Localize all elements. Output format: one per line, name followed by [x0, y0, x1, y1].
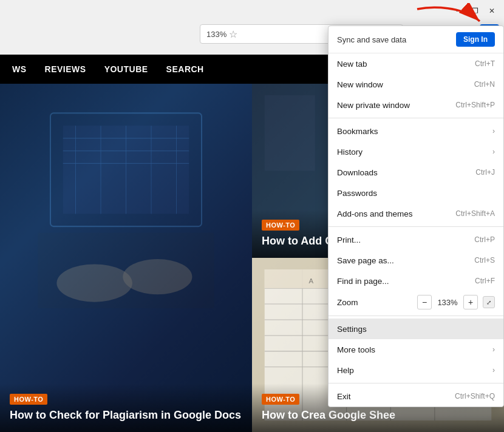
firefox-menu: Sync and save data Sign In New tab Ctrl+…: [328, 25, 504, 407]
article-overlay-1: HOW-TO How to Check for Plagiarism in Go…: [0, 383, 252, 432]
bookmark-star-icon[interactable]: ☆: [229, 29, 237, 40]
howto-badge-2: HOW-TO: [262, 220, 299, 231]
svg-point-23: [123, 259, 192, 294]
address-zoom-level: 133%: [206, 30, 226, 39]
menu-divider-4: [329, 383, 503, 383]
sync-label: Sync and save data: [337, 35, 406, 44]
menu-item-history[interactable]: History ›: [329, 141, 503, 162]
menu-item-find[interactable]: Find in page... Ctrl+F: [329, 271, 503, 291]
article-card-1[interactable]: HOW-TO How to Check for Plagiarism in Go…: [0, 84, 252, 432]
sign-in-button[interactable]: Sign In: [456, 32, 495, 47]
menu-item-save-page[interactable]: Save page as... Ctrl+S: [329, 250, 503, 271]
menu-divider-1: [329, 118, 503, 118]
menu-item-print[interactable]: Print... Ctrl+P: [329, 229, 503, 250]
nav-item-ws[interactable]: WS: [12, 64, 27, 74]
menu-item-downloads[interactable]: Downloads Ctrl+J: [329, 162, 503, 183]
menu-divider-3: [329, 316, 503, 316]
howto-badge-1: HOW-TO: [10, 394, 47, 405]
zoom-value: 133%: [437, 298, 458, 307]
article-title-3: How to Crea Google Shee: [262, 408, 494, 422]
menu-item-help[interactable]: Help ›: [329, 360, 503, 380]
svg-rect-28: [265, 95, 315, 171]
menu-item-new-tab[interactable]: New tab Ctrl+T: [329, 53, 503, 74]
menu-item-addons[interactable]: Add-ons and themes Ctrl+Shift+A: [329, 203, 503, 224]
minimize-button[interactable]: −: [451, 4, 465, 18]
menu-item-exit[interactable]: Exit Ctrl+Shift+Q: [329, 386, 503, 407]
menu-item-new-window[interactable]: New window Ctrl+N: [329, 74, 503, 95]
close-button[interactable]: ✕: [485, 4, 499, 18]
zoom-plus-button[interactable]: +: [463, 295, 478, 309]
nav-item-youtube[interactable]: YOUTUBE: [104, 64, 148, 74]
zoom-row: Zoom − 133% + ⤢: [329, 291, 503, 313]
nav-item-search[interactable]: SEARCH: [166, 64, 204, 74]
menu-sync-header: Sync and save data Sign In: [329, 26, 503, 53]
zoom-controls: − 133% + ⤢: [417, 295, 495, 309]
svg-point-22: [56, 264, 132, 302]
zoom-minus-button[interactable]: −: [417, 295, 432, 309]
title-bar: − ❐ ✕: [0, 0, 504, 21]
restore-button[interactable]: ❐: [468, 4, 482, 18]
menu-item-more-tools[interactable]: More tools ›: [329, 339, 503, 360]
menu-item-settings[interactable]: Settings: [329, 319, 503, 339]
zoom-expand-button[interactable]: ⤢: [483, 296, 495, 308]
svg-text:A: A: [308, 277, 313, 285]
menu-item-bookmarks[interactable]: Bookmarks ›: [329, 121, 503, 141]
menu-item-passwords[interactable]: Passwords: [329, 183, 503, 203]
article-title-1: How to Check for Plagiarism in Google Do…: [10, 408, 242, 422]
menu-item-private-window[interactable]: New private window Ctrl+Shift+P: [329, 95, 503, 115]
howto-badge-3: HOW-TO: [262, 394, 299, 405]
nav-item-reviews[interactable]: REVIEWS: [45, 64, 86, 74]
menu-divider-2: [329, 226, 503, 227]
zoom-label: Zoom: [337, 298, 358, 307]
